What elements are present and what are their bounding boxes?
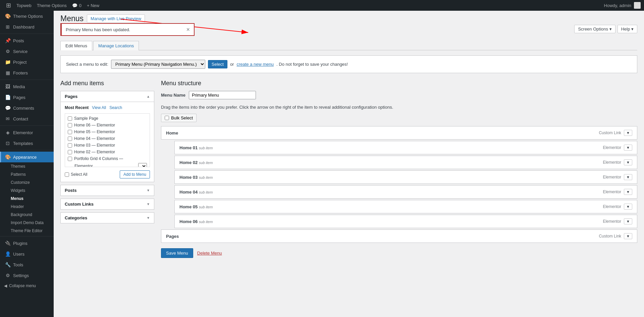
elementor-icon: ◈ (5, 130, 10, 135)
page-checkbox-home04[interactable] (68, 137, 72, 141)
pages-accordion-header[interactable]: Pages ▲ (61, 91, 154, 102)
custom-links-accordion-header[interactable]: Custom Links ▼ (61, 199, 154, 209)
tab-edit-menus[interactable]: Edit Menus (60, 41, 92, 50)
page-list-select[interactable] (138, 163, 147, 167)
list-item: Home 03 — Elementor (66, 142, 148, 149)
page-checkbox-home03[interactable] (68, 143, 72, 148)
sidebar-item-elementor[interactable]: ◈ Elementor (0, 127, 54, 138)
subtab-view-all[interactable]: View All (92, 105, 106, 110)
menu-item-home05[interactable]: Home 05 sub item Elementor ▼ (174, 200, 637, 213)
posts-accordion-arrow-icon: ▼ (147, 189, 150, 192)
bulk-select-button[interactable]: Bulk Select (161, 114, 197, 122)
sidebar-item-settings[interactable]: ⚙ Settings (0, 270, 54, 281)
save-menu-button[interactable]: Save Menu (161, 248, 193, 258)
menu-structure-title: Menu structure (161, 80, 637, 87)
wp-logo-icon: ⊞ (3, 2, 14, 9)
menu-item-pages-expand[interactable]: ▼ (624, 233, 632, 239)
sidebar-subitem-background[interactable]: Background (0, 211, 54, 219)
delete-menu-button[interactable]: Delete Menu (197, 251, 222, 256)
page-list-scroll[interactable]: Sample Page Home 06 — Elementor Home 05 … (65, 113, 150, 167)
subtab-search[interactable]: Search (109, 105, 122, 110)
sidebar-subitem-themes[interactable]: Themes (0, 162, 54, 170)
sidebar-subitem-widgets[interactable]: Widgets (0, 187, 54, 195)
adminbar-new[interactable]: + New (84, 0, 102, 11)
sidebar-item-service[interactable]: ⚙ Service (0, 46, 54, 57)
page-title: Menus (60, 14, 84, 23)
main-content: Screen Options ▾ Help ▾ Menus Manage wit… (54, 11, 644, 317)
menu-name-label: Menu Name (161, 93, 185, 98)
adminbar-site-name[interactable]: Topweb (14, 0, 34, 11)
menu-item-home04-expand[interactable]: ▼ (624, 189, 632, 195)
sidebar-item-dashboard[interactable]: ⊞ Dashboard (0, 21, 54, 32)
menu-item-home02[interactable]: Home 02 sub item Elementor ▼ (174, 156, 637, 169)
menu-item-home-expand[interactable]: ▼ (624, 130, 632, 136)
media-icon: 🖼 (5, 84, 10, 89)
notice-close-button[interactable]: × (186, 27, 190, 33)
menu-item-home01[interactable]: Home 01 sub item Elementor ▼ (174, 141, 637, 154)
sidebar-subitem-patterns[interactable]: Patterns (0, 170, 54, 178)
sidebar-subitem-theme-file-editor[interactable]: Theme File Editor (0, 227, 54, 235)
sidebar-item-appearance[interactable]: 🎨 Appearance (0, 152, 54, 162)
menu-item-home05-expand[interactable]: ▼ (624, 204, 632, 210)
menu-item-home01-expand[interactable]: ▼ (624, 145, 632, 151)
posts-icon: 📌 (5, 38, 10, 43)
sidebar-item-footers[interactable]: ▦ Footers (0, 67, 54, 78)
sidebar-item-theme-options[interactable]: 🎨 Theme Options (0, 11, 54, 21)
adminbar-theme-options[interactable]: Theme Options (34, 0, 69, 11)
categories-accordion-header[interactable]: Categories ▼ (61, 213, 154, 223)
help-button[interactable]: Help ▾ (618, 25, 637, 33)
menu-item-home[interactable]: Home Custom Link ▼ (161, 126, 637, 140)
posts-accordion-header[interactable]: Posts ▼ (61, 185, 154, 196)
menu-item-home04[interactable]: Home 04 sub item Elementor ▼ (174, 185, 637, 199)
sidebar-item-templates[interactable]: ⊡ Templates (0, 138, 54, 149)
sidebar-item-comments[interactable]: 💬 Comments (0, 103, 54, 113)
sidebar-item-plugins[interactable]: 🔌 Plugins (0, 238, 54, 249)
menu-select-dropdown[interactable]: Primary Menu (Primary Navigation Menu.) (111, 60, 205, 69)
project-icon: 📁 (5, 59, 10, 65)
adminbar-comments[interactable]: 💬 0 (69, 0, 84, 11)
page-checkbox-home05[interactable] (68, 130, 72, 134)
tab-manage-locations[interactable]: Manage Locations (93, 41, 139, 50)
screen-options-button[interactable]: Screen Options ▾ (574, 25, 615, 33)
menu-item-home06-expand[interactable]: ▼ (624, 218, 632, 224)
bulk-select-checkbox[interactable] (165, 116, 169, 120)
page-checkbox-home02[interactable] (68, 150, 72, 154)
select-all-checkbox[interactable] (65, 172, 69, 177)
add-menu-items-title: Add menu items (60, 80, 154, 87)
bulk-select-row: Bulk Select (161, 114, 637, 122)
menu-item-home02-expand[interactable]: ▼ (624, 159, 632, 165)
sidebar-item-tools[interactable]: 🔧 Tools (0, 259, 54, 270)
menu-item-home03[interactable]: Home 03 sub item Elementor ▼ (174, 170, 637, 184)
page-checkbox-sample[interactable] (68, 116, 72, 121)
select-menu-button[interactable]: Select (208, 60, 227, 68)
menu-name-input[interactable] (189, 91, 256, 99)
select-all-label[interactable]: Select All (65, 172, 87, 177)
menu-item-pages[interactable]: Pages Custom Link ▼ (161, 229, 637, 243)
save-reminder-text: . Do not forget to save your changes! (276, 62, 348, 67)
page-checkbox-home06[interactable] (68, 123, 72, 127)
manage-live-preview-button[interactable]: Manage with Live Preview (87, 14, 145, 23)
sidebar-subitem-menus[interactable]: Menus (0, 195, 54, 203)
menu-item-home06[interactable]: Home 06 sub item Elementor ▼ (174, 215, 637, 228)
page-checkbox-portfolio[interactable] (68, 157, 72, 161)
page-header: Menus Manage with Live Preview (60, 14, 637, 23)
sidebar-item-pages[interactable]: 📄 Pages (0, 92, 54, 103)
sidebar-subitem-customize[interactable]: Customize (0, 178, 54, 187)
create-new-menu-link[interactable]: create a new menu (236, 62, 274, 67)
list-item: Home 05 — Elementor (66, 128, 148, 135)
sidebar-item-users[interactable]: 👤 Users (0, 249, 54, 259)
collapse-menu-btn[interactable]: ◀ Collapse menu (0, 281, 54, 291)
sidebar-item-posts[interactable]: 📌 Posts (0, 35, 54, 46)
sidebar-subitem-import-demo[interactable]: Import Demo Data (0, 219, 54, 227)
sidebar-item-contact[interactable]: ✉ Contact (0, 113, 54, 124)
sidebar-subitem-header[interactable]: Header (0, 203, 54, 211)
add-to-menu-button[interactable]: Add to Menu (120, 170, 150, 178)
howdy-text: Howdy, admin (604, 3, 631, 8)
menu-item-home03-expand[interactable]: ▼ (624, 174, 632, 180)
subtab-most-recent[interactable]: Most Recent (65, 105, 89, 110)
sidebar-item-project[interactable]: 📁 Project (0, 57, 54, 67)
list-item: Home 04 — Elementor (66, 135, 148, 142)
sidebar-item-media[interactable]: 🖼 Media (0, 81, 54, 92)
tools-icon: 🔧 (5, 262, 10, 267)
comments-icon: 💬 (5, 105, 10, 111)
